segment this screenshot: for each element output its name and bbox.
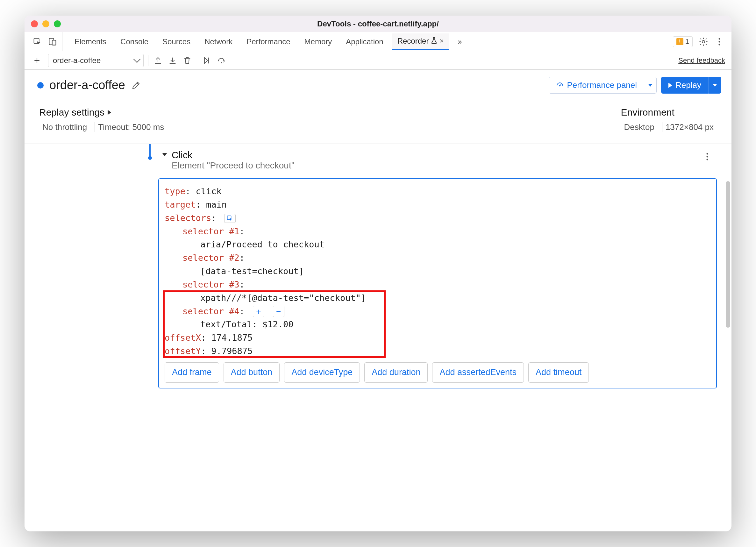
performance-panel-button[interactable]: Performance panel <box>549 77 644 94</box>
environment-title: Environment <box>621 107 674 118</box>
selector-picker-icon[interactable] <box>224 214 236 223</box>
step-name: Click <box>172 150 295 160</box>
svg-point-8 <box>221 62 222 63</box>
close-tab-icon[interactable]: × <box>439 37 444 45</box>
tab-recorder[interactable]: Recorder × <box>392 33 450 50</box>
divider <box>148 55 148 66</box>
minimize-window-button[interactable] <box>42 20 49 27</box>
export-icon[interactable] <box>153 55 163 66</box>
recording-status-dot <box>37 82 44 89</box>
tab-elements[interactable]: Elements <box>69 33 112 50</box>
prop-val-offsety[interactable]: 9.796875 <box>211 346 253 356</box>
edit-title-icon[interactable] <box>131 80 141 90</box>
replay-settings-toggle[interactable]: Replay settings <box>39 107 167 118</box>
device-toggle-icon[interactable] <box>47 37 58 47</box>
prop-key-type: type <box>165 186 185 196</box>
tab-application[interactable]: Application <box>340 33 389 50</box>
scrollbar-thumb[interactable] <box>726 181 730 328</box>
warning-count: 1 <box>685 38 689 46</box>
add-selector-button[interactable]: ＋ <box>253 306 264 317</box>
replay-group: Replay <box>661 77 721 94</box>
selector-2-value[interactable]: [data-test=checkout] <box>200 266 304 276</box>
devtools-tabbar: Elements Console Sources Network Perform… <box>25 32 731 51</box>
svg-point-11 <box>707 156 708 158</box>
prop-key-offsetx: offsetX <box>165 333 201 343</box>
step-menu-icon[interactable] <box>702 152 712 162</box>
performance-panel-dropdown[interactable] <box>644 77 657 94</box>
selector-1-value[interactable]: aria/Proceed to checkout <box>200 239 325 249</box>
step-detail-card: type: click target: main selectors: sele… <box>158 178 717 388</box>
svg-point-12 <box>707 159 708 160</box>
titlebar: DevTools - coffee-cart.netlify.app/ <box>25 16 731 32</box>
selector-3-label: selector #3 <box>182 280 239 289</box>
selector-3-value[interactable]: xpath///*[@data-test="checkout"] <box>200 293 366 303</box>
recording-select-value: order-a-coffee <box>53 56 101 65</box>
replay-settings-block: Replay settings No throttling Timeout: 5… <box>39 107 167 132</box>
replay-dropdown[interactable] <box>709 77 721 94</box>
import-icon[interactable] <box>168 55 178 66</box>
remove-selector-button[interactable]: − <box>273 306 284 317</box>
selector-2-label: selector #2 <box>182 253 239 263</box>
add-timeout-button[interactable]: Add timeout <box>528 362 589 383</box>
add-devicetype-button[interactable]: Add deviceType <box>284 362 360 383</box>
svg-point-6 <box>719 41 720 42</box>
flask-icon <box>431 37 437 46</box>
recorder-toolbar: ＋ order-a-coffee Send feedback <box>25 51 731 70</box>
delete-icon[interactable] <box>182 55 192 66</box>
add-prop-row: Add frame Add button Add deviceType Add … <box>165 362 710 383</box>
more-tabs-button[interactable]: » <box>452 33 467 50</box>
add-duration-button[interactable]: Add duration <box>364 362 428 383</box>
selector-4-value[interactable]: text/Total: $12.00 <box>200 319 294 329</box>
inspect-element-icon[interactable] <box>32 37 42 47</box>
tab-network[interactable]: Network <box>199 33 238 50</box>
prop-val-type[interactable]: click <box>196 186 222 196</box>
tab-memory[interactable]: Memory <box>299 33 338 50</box>
step-subtitle: Element "Proceed to checkout" <box>172 160 295 171</box>
step-play-icon[interactable] <box>202 55 212 66</box>
svg-point-5 <box>719 38 720 39</box>
svg-point-4 <box>702 40 705 43</box>
tab-performance[interactable]: Performance <box>241 33 296 50</box>
settings-icon[interactable] <box>698 37 709 47</box>
throttling-value[interactable]: No throttling <box>39 122 90 132</box>
kebab-menu-icon[interactable] <box>714 37 724 47</box>
devtools-window: DevTools - coffee-cart.netlify.app/ Elem… <box>25 16 731 531</box>
close-window-button[interactable] <box>31 20 38 27</box>
prop-key-selectors: selectors <box>165 213 211 223</box>
step-over-icon[interactable] <box>216 55 226 66</box>
svg-point-10 <box>707 153 708 155</box>
window-title: DevTools - coffee-cart.netlify.app/ <box>317 19 439 28</box>
collapse-icon[interactable] <box>162 153 167 156</box>
replay-button[interactable]: Replay <box>661 77 709 94</box>
environment-dimensions: 1372×804 px <box>662 122 717 132</box>
performance-panel-group: Performance panel <box>549 77 657 94</box>
svg-rect-2 <box>52 40 56 45</box>
prop-key-offsety: offsetY <box>165 346 201 356</box>
recording-title: order-a-coffee <box>49 78 125 92</box>
step-header[interactable]: Click Element "Proceed to checkout" <box>139 150 717 171</box>
new-recording-button[interactable]: ＋ <box>30 54 44 67</box>
svg-point-9 <box>560 85 560 86</box>
timeout-value[interactable]: Timeout: 5000 ms <box>95 122 167 132</box>
selector-1-label: selector #1 <box>182 226 239 236</box>
add-assertedevents-button[interactable]: Add assertedEvents <box>432 362 524 383</box>
add-button-button[interactable]: Add button <box>224 362 280 383</box>
replay-label: Replay <box>675 80 701 90</box>
settings-row: Replay settings No throttling Timeout: 5… <box>25 101 731 144</box>
prop-val-offsetx[interactable]: 174.1875 <box>211 333 253 343</box>
chevron-right-icon <box>108 110 111 115</box>
play-icon <box>668 83 672 88</box>
add-frame-button[interactable]: Add frame <box>165 362 219 383</box>
warning-icon <box>676 38 683 45</box>
environment-device: Desktop <box>621 122 658 132</box>
tab-sources[interactable]: Sources <box>157 33 196 50</box>
prop-val-target[interactable]: main <box>206 200 227 210</box>
tab-console[interactable]: Console <box>115 33 154 50</box>
performance-panel-label: Performance panel <box>567 80 637 90</box>
send-feedback-link[interactable]: Send feedback <box>678 56 725 65</box>
recording-select[interactable]: order-a-coffee <box>48 54 144 67</box>
maximize-window-button[interactable] <box>54 20 61 27</box>
warnings-badge[interactable]: 1 <box>673 36 693 47</box>
recording-header: order-a-coffee Performance panel Replay <box>25 70 731 101</box>
divider <box>197 55 197 66</box>
